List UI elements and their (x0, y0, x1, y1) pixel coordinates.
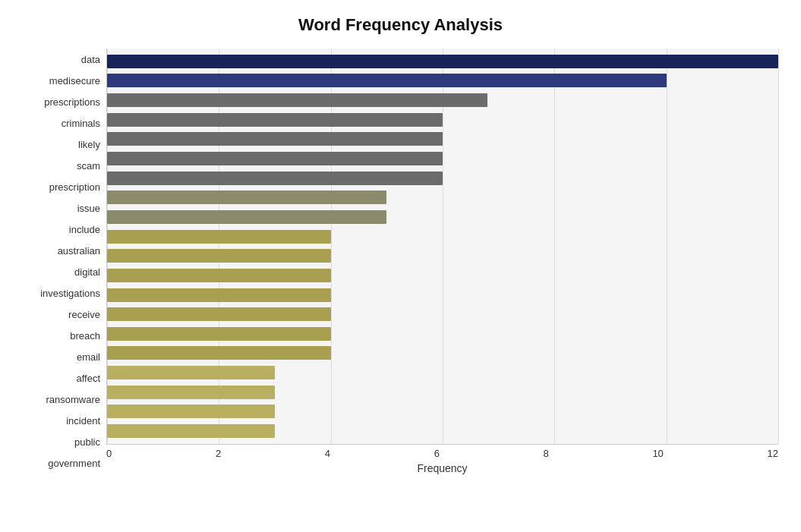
bar-row (107, 112, 778, 128)
bar-row (107, 228, 778, 245)
x-tick: 8 (544, 448, 549, 459)
bar (107, 230, 331, 244)
x-tick: 2 (216, 448, 221, 459)
bar (107, 307, 331, 321)
bar-row (107, 364, 778, 381)
x-tick: 6 (434, 448, 440, 459)
bar (107, 210, 386, 224)
y-label: email (77, 352, 100, 362)
bar (107, 269, 331, 282)
y-label: digital (74, 267, 100, 277)
bar-row (107, 306, 778, 323)
y-label: include (69, 225, 100, 235)
bar (107, 327, 331, 341)
bar-row (107, 53, 778, 70)
bar (107, 152, 443, 165)
y-label: investigations (40, 288, 100, 298)
chart-area: datamedisecureprescriptionscriminalslike… (23, 49, 778, 474)
x-tick: 4 (325, 448, 330, 459)
bar (107, 366, 275, 379)
y-labels: datamedisecureprescriptionscriminalslike… (23, 49, 106, 474)
bar-row (107, 150, 778, 167)
bar (107, 93, 487, 107)
y-label: affect (76, 373, 100, 383)
bar (107, 55, 778, 68)
x-tick: 12 (767, 448, 777, 459)
y-label: breach (70, 331, 100, 341)
x-axis: 024681012 (106, 445, 778, 459)
y-label: receive (68, 310, 100, 320)
bar (107, 249, 331, 263)
x-tick: 0 (106, 448, 112, 459)
bar (107, 132, 443, 146)
bar-row (107, 423, 778, 439)
y-label: scam (77, 161, 100, 171)
bar-row (107, 209, 778, 225)
y-label: issue (77, 203, 100, 213)
x-tick: 10 (652, 448, 663, 459)
bar-row (107, 345, 778, 361)
y-label: government (48, 458, 100, 468)
y-label: public (74, 437, 100, 447)
bars-and-x: 024681012 Frequency (106, 49, 778, 474)
bar-row (107, 247, 778, 264)
y-label: data (81, 55, 100, 65)
x-axis-label: Frequency (106, 462, 778, 474)
bar-row (107, 403, 778, 420)
bar-row (107, 287, 778, 304)
chart-container: Word Frequency Analysis datamedisecurepr… (0, 0, 801, 532)
bar (107, 386, 275, 399)
bar (107, 405, 275, 418)
bar-row (107, 131, 778, 147)
bar (107, 172, 443, 185)
bar (107, 424, 275, 438)
bar-row (107, 189, 778, 206)
bar-row (107, 72, 778, 89)
bar-row (107, 267, 778, 284)
bar (107, 346, 331, 360)
y-label: incident (66, 416, 100, 426)
chart-title: Word Frequency Analysis (23, 15, 778, 35)
y-label: australian (58, 246, 100, 256)
bar (107, 113, 443, 127)
bar-row (107, 170, 778, 187)
y-label: ransomware (46, 395, 100, 405)
grid-line (778, 49, 779, 444)
bar-row (107, 384, 778, 401)
y-label: criminals (61, 118, 100, 128)
y-label: medisecure (49, 76, 100, 86)
y-label: prescription (49, 182, 100, 192)
y-label: prescriptions (44, 97, 100, 107)
bar-row (107, 92, 778, 109)
bars-area (106, 49, 778, 445)
bar (107, 288, 331, 302)
bar (107, 74, 667, 87)
bar-row (107, 326, 778, 342)
y-label: likely (78, 140, 100, 150)
bar (107, 190, 386, 204)
